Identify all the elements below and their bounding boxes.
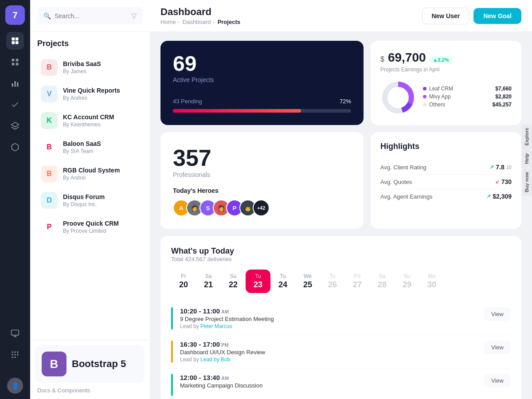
- event-view-button[interactable]: View: [484, 374, 511, 387]
- nav-box-icon[interactable]: [6, 138, 24, 156]
- project-icon: D: [41, 192, 58, 209]
- new-goal-button[interactable]: New Goal: [473, 8, 521, 24]
- explore-tab[interactable]: Explore: [521, 124, 532, 149]
- project-item[interactable]: B Briviba SaaS By James: [34, 55, 146, 80]
- svg-point-17: [17, 352, 18, 353]
- active-projects-bottom: 43 Pending 72%: [173, 98, 351, 113]
- search-input[interactable]: [55, 12, 128, 20]
- svg-marker-11: [12, 122, 19, 127]
- project-item[interactable]: B Baloon SaaS By SIA Team: [34, 134, 146, 160]
- svg-point-15: [12, 352, 13, 353]
- event-lead-link[interactable]: Lead by Bob: [200, 356, 230, 363]
- event-time: 16:30 - 17:00PM: [180, 340, 477, 348]
- professionals-label: Professionals: [173, 171, 351, 178]
- calendar-day[interactable]: Fri27: [345, 270, 370, 293]
- earnings-legend: Leaf CRM $7,660 Mivy App $2,820 Others $…: [423, 86, 512, 110]
- earnings-badge: ▲2.2%: [430, 56, 453, 64]
- breadcrumb-home[interactable]: Home: [160, 19, 176, 25]
- project-name: RGB Cloud System: [63, 167, 139, 174]
- top-row: 69 Active Projects 43 Pending 72% $ 69,7…: [160, 41, 521, 125]
- cal-day-name: Fr: [181, 273, 186, 279]
- breadcrumb-dashboard[interactable]: Dashboard: [183, 19, 211, 25]
- calendar-day[interactable]: Mo30: [419, 270, 444, 293]
- event-item: 16:30 - 17:00PM Dashboard UI/UX Design R…: [171, 335, 511, 368]
- earnings-chart-row: Leaf CRM $7,660 Mivy App $2,820 Others $…: [380, 80, 512, 115]
- nav-monitor-icon[interactable]: [6, 325, 24, 342]
- project-info: KC Account CRM By Keenthemes: [63, 113, 139, 128]
- earnings-label: Projects Earnings in April: [380, 66, 512, 73]
- events-list: 10:20 - 11:00AM 9 Degree Project Estimat…: [171, 302, 511, 399]
- legend-value: $7,660: [495, 86, 512, 92]
- event-lead-link[interactable]: Peter Marcus: [200, 323, 232, 329]
- cal-day-name: Tu: [280, 273, 286, 279]
- event-content: 12:00 - 13:40AM Marketing Campaign Discu…: [180, 374, 477, 389]
- header: Dashboard Home - Dashboard - Projects Ne…: [150, 0, 532, 32]
- app-avatar[interactable]: 7: [5, 5, 25, 25]
- event-period: PM: [221, 342, 229, 348]
- legend-dot: [423, 95, 426, 98]
- nav-dashboard-icon[interactable]: [6, 32, 24, 50]
- project-author: By Disqus Inc.: [63, 201, 139, 207]
- project-item[interactable]: D Disqus Forum By Disqus Inc.: [34, 188, 146, 213]
- nav-layers-icon[interactable]: [6, 117, 24, 135]
- calendar-day[interactable]: Tu26: [320, 270, 345, 293]
- project-list: B Briviba SaaS By James V Vine Quick Rep…: [30, 52, 150, 340]
- highlights-card: Highlights Avg. Client Rating ↗ 7.8 10 A…: [371, 132, 521, 229]
- pending-label: 43 Pending: [173, 98, 202, 105]
- project-item[interactable]: V Vine Quick Reports By Andres: [34, 81, 146, 107]
- project-item[interactable]: P Proove Quick CRM By Proove Limited: [34, 214, 146, 240]
- event-content: 16:30 - 17:00PM Dashboard UI/UX Design R…: [180, 340, 477, 363]
- calendar-day[interactable]: We25: [295, 270, 320, 293]
- event-bar: [171, 374, 173, 396]
- new-user-button[interactable]: New User: [422, 8, 469, 24]
- earnings-currency: $: [380, 55, 384, 63]
- highlight-value: ↙ 730: [495, 178, 512, 185]
- heroes-label: Today's Heroes: [173, 187, 351, 194]
- event-title: 9 Degree Project Estimation Meeting: [180, 316, 477, 322]
- calendar-day[interactable]: Sa21: [196, 270, 221, 293]
- search-icon: 🔍: [43, 12, 51, 20]
- calendar-day[interactable]: Sa28: [370, 270, 395, 293]
- svg-rect-5: [16, 59, 19, 62]
- highlight-number: 7.8: [496, 164, 504, 171]
- nav-chart-icon[interactable]: [6, 74, 24, 92]
- event-view-button[interactable]: View: [484, 340, 511, 354]
- sidebar: 🔍 ▽ Projects B Briviba SaaS By James V V…: [30, 0, 150, 399]
- buy-now-tab[interactable]: Buy now: [521, 168, 532, 196]
- nav-grid-icon[interactable]: [6, 53, 24, 71]
- event-title: Marketing Campaign Discussion: [180, 382, 477, 389]
- event-time: 12:00 - 13:40AM: [180, 374, 477, 381]
- nav-check-icon[interactable]: [6, 96, 24, 113]
- project-info: RGB Cloud System By Andrei: [63, 167, 139, 181]
- breadcrumb: Home - Dashboard - Projects: [160, 19, 240, 25]
- cal-day-num: 25: [303, 280, 312, 289]
- highlight-value: ↗ 7.8 10: [489, 164, 512, 171]
- calendar-day[interactable]: Fr20: [171, 270, 196, 293]
- earnings-top: $ 69,700 ▲2.2%: [380, 51, 512, 65]
- svg-point-19: [14, 354, 16, 355]
- legend-item: Leaf CRM $7,660: [423, 86, 512, 92]
- calendar-day[interactable]: Tu23: [246, 270, 270, 293]
- nav-apps-icon[interactable]: [6, 346, 24, 364]
- cal-day-num: 27: [353, 280, 362, 289]
- svg-rect-6: [12, 63, 15, 66]
- bootstrap-logo: B: [42, 352, 66, 376]
- project-item[interactable]: K KC Account CRM By Keenthemes: [34, 108, 146, 133]
- progress-track: [173, 109, 351, 113]
- project-info: Proove Quick CRM By Proove Limited: [63, 220, 139, 234]
- svg-point-16: [14, 352, 16, 353]
- project-item[interactable]: B RGB Cloud System By Andrei: [34, 161, 146, 187]
- event-view-button[interactable]: View: [484, 307, 511, 321]
- calendar-day[interactable]: Tu24: [270, 270, 295, 293]
- earnings-amount: 69,700: [388, 51, 426, 65]
- svg-rect-12: [12, 330, 19, 336]
- search-box: 🔍 ▽: [37, 7, 143, 24]
- help-tab[interactable]: Help: [521, 150, 532, 168]
- calendar-day[interactable]: Su22: [221, 270, 246, 293]
- filter-icon[interactable]: ▽: [131, 12, 137, 20]
- heroes-avatars: A👩S👩P👨+42: [173, 200, 351, 216]
- breadcrumb-current: Projects: [218, 19, 240, 25]
- project-icon: B: [41, 139, 58, 156]
- calendar-day[interactable]: Su29: [395, 270, 419, 293]
- user-avatar[interactable]: 👤: [7, 378, 23, 394]
